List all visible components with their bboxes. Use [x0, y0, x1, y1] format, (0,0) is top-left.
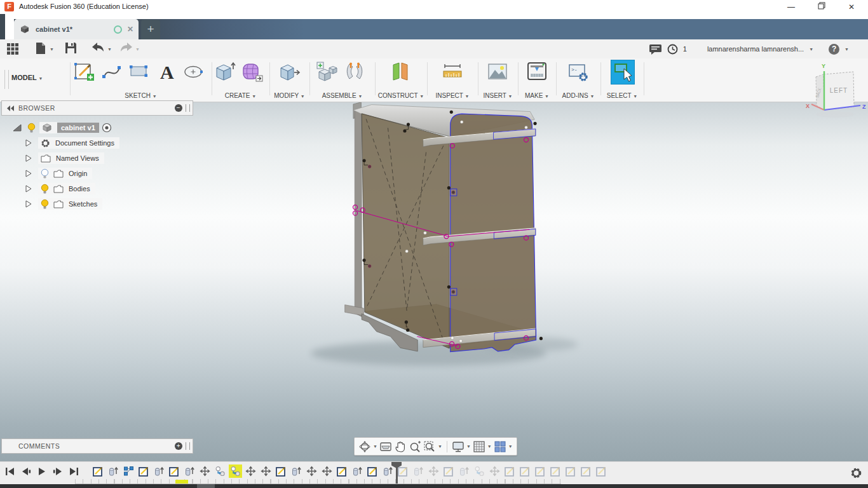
timeline-feature-move-icon[interactable]	[489, 466, 500, 477]
scrollbar-thumb[interactable]	[197, 484, 215, 488]
play-icon[interactable]	[37, 466, 47, 477]
display-settings-icon[interactable]	[452, 440, 465, 453]
new-body-icon[interactable]	[214, 60, 236, 83]
create-sketch-icon[interactable]	[73, 60, 96, 83]
timeline-settings-gear-icon[interactable]	[850, 467, 862, 479]
timeline-feature-sketch-icon[interactable]	[444, 466, 454, 477]
timeline-feature-extrude-icon[interactable]	[108, 466, 119, 477]
scripts-addins-icon[interactable]: >-	[567, 60, 590, 83]
insert-image-icon[interactable]	[486, 60, 509, 83]
timeline-feature-copy-icon[interactable]	[215, 466, 226, 477]
toolbar-grip[interactable]	[4, 70, 9, 89]
file-menu-button[interactable]	[35, 42, 49, 56]
visibility-bulb-off-icon[interactable]	[41, 168, 49, 179]
display-settings-caret-icon[interactable]: ▼	[466, 444, 471, 449]
timeline-feature-move-icon[interactable]	[322, 466, 332, 477]
collapse-panel-icon[interactable]	[7, 105, 15, 111]
timeline-feature-move-icon[interactable]	[306, 466, 317, 477]
document-tab[interactable]: cabinet v1* ✕	[14, 19, 139, 39]
help-icon[interactable]: ?	[829, 44, 839, 55]
sketch-text-icon[interactable]: A	[155, 60, 178, 83]
timeline-feature-copy-icon[interactable]	[474, 466, 485, 477]
timeline-feature-sketch-icon[interactable]	[276, 466, 287, 477]
timeline-feature-sketch-icon[interactable]	[398, 466, 409, 477]
measure-icon[interactable]	[441, 60, 464, 83]
activate-component-radio-icon[interactable]	[102, 123, 112, 133]
browser-row-origin[interactable]: Origin	[1, 166, 193, 181]
app-launcher-icon[interactable]	[6, 42, 20, 56]
rectangle-tool-icon[interactable]	[128, 60, 151, 83]
comments-header[interactable]: COMMENTS +	[1, 438, 193, 454]
go-to-start-icon[interactable]	[5, 466, 15, 477]
browser-row-document-settings[interactable]: Document Settings	[1, 135, 193, 151]
ribbon-group-label[interactable]: SKETCH ▼	[70, 92, 212, 99]
file-menu-caret-icon[interactable]: ▼	[50, 47, 54, 51]
save-button[interactable]	[65, 42, 79, 56]
timeline-feature-extrude-icon[interactable]	[459, 466, 470, 477]
timeline-feature-extrude-icon[interactable]	[413, 466, 424, 477]
step-forward-icon[interactable]	[53, 466, 63, 477]
ribbon-group-label[interactable]: MAKE ▼	[518, 92, 556, 99]
ribbon-group-label[interactable]: INSPECT ▼	[427, 92, 478, 99]
step-back-icon[interactable]	[21, 466, 31, 477]
timeline-feature-extrude-icon[interactable]	[383, 466, 393, 477]
timeline-feature-extrude-icon[interactable]	[352, 466, 363, 477]
minimize-button[interactable]: —	[782, 1, 801, 13]
pan-hand-icon[interactable]	[394, 440, 407, 453]
user-menu-caret-icon[interactable]: ▼	[809, 47, 813, 51]
construction-plane-icon[interactable]	[389, 60, 412, 83]
panel-grip[interactable]	[186, 104, 190, 112]
timeline-feature-sketch-icon[interactable]	[581, 466, 592, 477]
visibility-bulb-on-icon[interactable]	[41, 199, 49, 210]
expand-comments-icon[interactable]: +	[175, 442, 182, 450]
grid-display-caret-icon[interactable]: ▼	[487, 444, 492, 449]
collapsed-arrow-icon[interactable]	[25, 139, 32, 147]
grid-display-icon[interactable]	[473, 440, 485, 453]
browser-row-named-views[interactable]: Named Views	[1, 151, 193, 166]
maximize-button[interactable]	[812, 1, 831, 13]
select-tool-active[interactable]	[611, 60, 635, 85]
undo-button[interactable]	[91, 42, 105, 56]
root-component-name[interactable]: cabinet v1	[57, 123, 99, 133]
viewports-icon[interactable]	[494, 440, 506, 453]
browser-header[interactable]: BROWSER −	[1, 100, 193, 116]
browser-row-sketches[interactable]: Sketches	[1, 196, 193, 212]
browser-row-bodies[interactable]: Bodies	[1, 181, 193, 196]
ribbon-group-label[interactable]: INSERT ▼	[478, 92, 518, 99]
zoom-icon[interactable]	[409, 440, 421, 453]
workspace-switcher[interactable]: MODEL ▼	[11, 74, 43, 81]
visibility-bulb-on-icon[interactable]	[27, 123, 36, 133]
view-cube[interactable]: LEFT BACK X Y Z	[802, 61, 868, 122]
timeline-feature-move-icon[interactable]	[200, 466, 210, 477]
look-at-icon[interactable]	[379, 440, 392, 453]
redo-caret-icon[interactable]: ▼	[135, 47, 140, 51]
panel-minimize-icon[interactable]: −	[175, 104, 182, 112]
timeline-feature-extrude-icon[interactable]	[154, 466, 165, 477]
collapsed-arrow-icon[interactable]	[25, 170, 32, 177]
timeline-feature-sketch-icon[interactable]	[520, 466, 531, 477]
ribbon-group-label[interactable]: CREATE ▼	[212, 92, 269, 99]
collapsed-arrow-icon[interactable]	[25, 154, 32, 162]
close-button[interactable]: ✕	[842, 1, 861, 13]
ribbon-group-label[interactable]: MODIFY ▼	[269, 92, 309, 99]
ribbon-group-label[interactable]: SELECT ▼	[600, 92, 644, 99]
3d-print-icon[interactable]	[526, 60, 548, 83]
new-tab-button[interactable]: +	[141, 20, 160, 39]
press-pull-icon[interactable]	[278, 60, 301, 83]
timeline-feature-sketch-icon[interactable]	[139, 466, 149, 477]
timeline-feature-move-icon[interactable]	[428, 466, 439, 477]
help-menu-caret-icon[interactable]: ▼	[844, 47, 849, 51]
ribbon-group-label[interactable]: CONSTRUCT ▼	[375, 92, 427, 99]
timeline-feature-sketch-icon[interactable]	[169, 466, 180, 477]
new-component-icon[interactable]	[315, 60, 338, 83]
joint-icon[interactable]	[343, 60, 366, 83]
close-tab-icon[interactable]: ✕	[127, 25, 133, 34]
ribbon-group-label[interactable]: ASSEMBLE ▼	[309, 92, 375, 99]
ribbon-group-label[interactable]: ADD-INS ▼	[556, 92, 600, 99]
spline-icon[interactable]	[100, 60, 123, 83]
timeline-feature-extrude-icon[interactable]	[184, 466, 195, 477]
timeline-ruler[interactable]	[75, 479, 561, 484]
collapsed-arrow-icon[interactable]	[25, 185, 32, 193]
expanded-triangle-icon[interactable]	[13, 124, 22, 132]
orbit-icon[interactable]	[358, 440, 371, 453]
